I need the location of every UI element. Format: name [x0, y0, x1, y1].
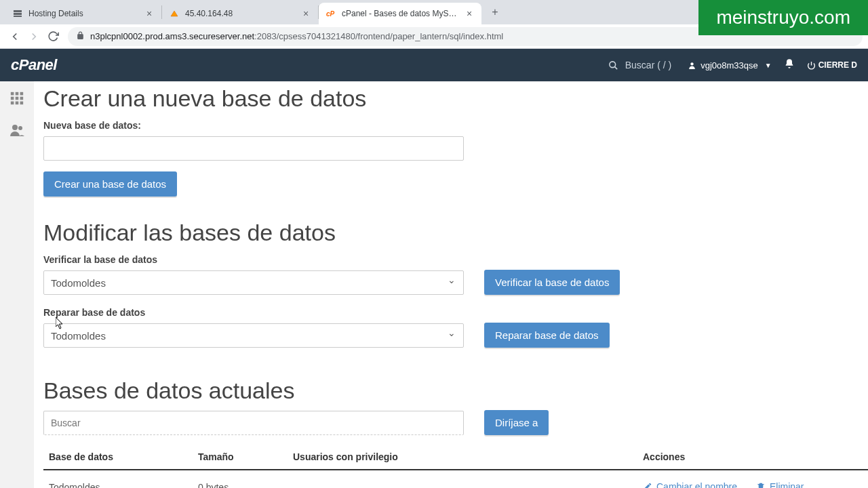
close-icon[interactable]: ×: [464, 8, 475, 19]
forward-button[interactable]: [24, 27, 43, 46]
col-db: Base de datos: [43, 445, 193, 470]
db-search-input[interactable]: [43, 411, 464, 435]
watermark-overlay: meinstruyo.com: [698, 0, 868, 35]
header-search[interactable]: Buscar ( / ): [608, 60, 671, 70]
repair-db-label: Reparar base de datos: [43, 307, 868, 318]
svg-rect-2: [14, 16, 22, 17]
grid-icon: [9, 91, 24, 106]
main-content: Crear una nueva base de datos Nueva base…: [34, 81, 868, 488]
cell-db-name: Todomoldes: [43, 470, 193, 488]
check-db-button[interactable]: Verificar la base de datos: [484, 270, 620, 295]
svg-line-5: [614, 66, 617, 69]
bell-icon: [784, 58, 795, 69]
tab-title: Hosting Details: [28, 9, 140, 18]
check-db-select[interactable]: Todomoldes: [43, 270, 464, 295]
svg-point-18: [18, 126, 22, 130]
svg-point-17: [12, 125, 18, 130]
new-db-label: Nueva base de datos:: [43, 120, 868, 131]
new-db-input[interactable]: [43, 136, 464, 161]
cell-db-size: 0 bytes: [193, 470, 288, 488]
user-icon: [688, 61, 696, 70]
sidebar-apps-button[interactable]: [9, 91, 24, 108]
svg-rect-14: [11, 102, 14, 105]
logout-label: CIERRE D: [818, 60, 857, 70]
svg-rect-16: [20, 102, 24, 105]
power-icon: [807, 61, 816, 70]
svg-point-6: [691, 62, 694, 65]
search-placeholder: Buscar ( / ): [625, 60, 671, 70]
repair-db-button[interactable]: Reparar base de datos: [484, 323, 610, 348]
col-actions: Acciones: [637, 445, 868, 470]
browser-tab[interactable]: 45.40.164.48 ×: [162, 3, 318, 24]
pencil-icon: [643, 482, 652, 488]
reload-button[interactable]: [43, 27, 62, 46]
current-db-heading: Bases de datos actuales: [43, 378, 868, 404]
back-button[interactable]: [5, 27, 24, 46]
svg-rect-10: [20, 92, 24, 96]
create-db-heading: Crear una nueva base de datos: [43, 85, 868, 112]
svg-rect-13: [20, 97, 24, 100]
favicon-cpanel-icon: cP: [326, 8, 336, 19]
close-icon[interactable]: ×: [144, 8, 155, 19]
search-icon: [608, 60, 618, 70]
sidebar-users-button[interactable]: [9, 122, 25, 141]
url-path: :2083/cpsess7041321480/frontend/paper_la…: [254, 31, 503, 41]
username: vgj0o8m33qse: [701, 60, 758, 70]
svg-text:cP: cP: [326, 10, 335, 18]
users-icon: [9, 122, 25, 138]
chevron-down-icon: ▼: [765, 62, 772, 69]
databases-table: Base de datos Tamaño Usuarios con privil…: [43, 445, 868, 488]
table-row: Todomoldes 0 bytes Cambiar el nombre Eli…: [43, 470, 868, 488]
tab-title: cPanel - Bases de datos MySQL®: [342, 9, 460, 18]
browser-tab[interactable]: Hosting Details ×: [5, 3, 161, 24]
favicon-phpmyadmin-icon: [169, 8, 180, 19]
svg-point-4: [610, 61, 616, 67]
cell-db-users: [288, 470, 637, 488]
svg-rect-15: [16, 102, 19, 105]
col-size: Tamaño: [193, 445, 288, 470]
tab-title: 45.40.164.48: [185, 9, 296, 18]
svg-rect-9: [16, 92, 19, 96]
close-icon[interactable]: ×: [300, 8, 311, 19]
notifications-button[interactable]: [784, 58, 795, 72]
trash-icon: [756, 482, 766, 488]
svg-rect-8: [11, 92, 14, 96]
delete-db-link[interactable]: Eliminar: [756, 481, 804, 488]
new-tab-button[interactable]: +: [486, 3, 505, 22]
go-button[interactable]: Diríjase a: [484, 410, 549, 435]
user-menu[interactable]: vgj0o8m33qse ▼: [688, 60, 771, 70]
modify-db-heading: Modificar las bases de datos: [43, 220, 868, 246]
browser-tab-active[interactable]: cP cPanel - Bases de datos MySQL® ×: [319, 3, 481, 24]
lock-icon: [76, 31, 85, 42]
cpanel-header: cPanel Buscar ( / ) vgj0o8m33qse ▼ CIERR…: [0, 49, 868, 81]
svg-rect-11: [11, 97, 14, 100]
cpanel-logo[interactable]: cPanel: [11, 56, 57, 74]
repair-db-select[interactable]: Todomoldes: [43, 323, 464, 348]
url-host: n3plcpnl0002.prod.ams3.secureserver.net: [90, 31, 254, 41]
col-users: Usuarios con privilegio: [288, 445, 637, 470]
svg-rect-1: [14, 13, 22, 15]
rename-db-link[interactable]: Cambiar el nombre: [643, 481, 737, 488]
create-db-button[interactable]: Crear una base de datos: [43, 171, 177, 197]
svg-rect-12: [16, 97, 19, 100]
sidebar: [0, 81, 34, 488]
favicon-hosting-icon: [12, 8, 23, 19]
check-db-label: Verificar la base de datos: [43, 254, 868, 265]
logout-button[interactable]: CIERRE D: [807, 60, 857, 70]
svg-rect-0: [14, 10, 22, 12]
